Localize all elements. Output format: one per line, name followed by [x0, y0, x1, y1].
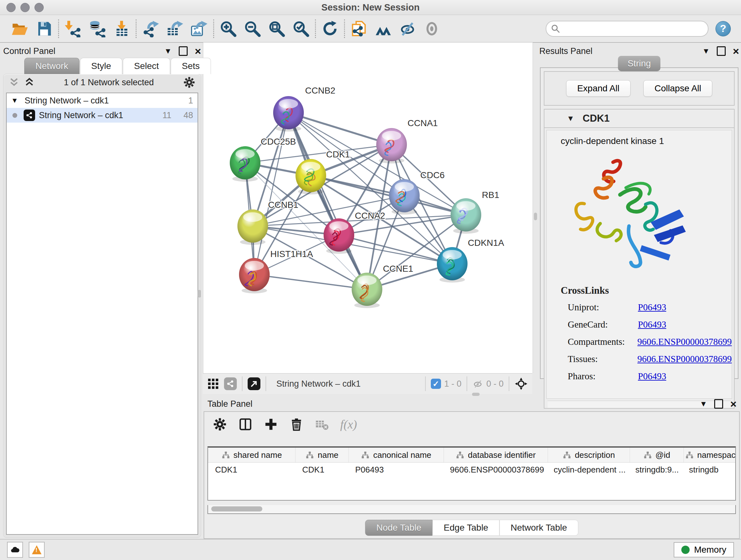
- table-horizontal-scrollbar[interactable]: [207, 505, 736, 514]
- column-header[interactable]: @id: [630, 448, 684, 462]
- column-header[interactable]: database identifier: [444, 448, 548, 462]
- tab-network-table[interactable]: Network Table: [499, 520, 578, 536]
- network-node-HIST1H1A[interactable]: HIST1H1A: [239, 249, 313, 294]
- column-header[interactable]: description: [548, 448, 630, 462]
- import-table-button[interactable]: [113, 19, 131, 38]
- network-collection-row[interactable]: ▼ String Network – cdk1 1: [7, 93, 198, 108]
- show-graphics-details-button[interactable]: [423, 19, 441, 38]
- collapse-triangle-icon[interactable]: ▼: [11, 97, 21, 105]
- import-network-database-button[interactable]: [88, 19, 106, 38]
- network-node-CCNE1[interactable]: CCNE1: [352, 264, 413, 308]
- left-splitter-handle[interactable]: [198, 290, 201, 298]
- panel-float-icon[interactable]: [179, 46, 188, 56]
- table-cell[interactable]: P06493: [348, 462, 443, 477]
- panel-float-icon[interactable]: [714, 399, 723, 409]
- network-view-mode-button[interactable]: [224, 377, 237, 390]
- show-columns-button[interactable]: [238, 417, 253, 432]
- tab-style[interactable]: Style: [80, 58, 122, 74]
- table-cell[interactable]: cyclin-dependent ...: [547, 462, 628, 477]
- save-session-button[interactable]: [35, 19, 53, 38]
- selected-checkbox-icon[interactable]: ✓: [431, 379, 441, 389]
- crosslink-value-link[interactable]: 9606.ENSP00000378699: [637, 354, 732, 364]
- table-cell[interactable]: CDK1: [208, 462, 295, 477]
- clone-network-button[interactable]: [350, 19, 368, 38]
- cloud-status-button[interactable]: [7, 542, 23, 558]
- panel-menu-icon[interactable]: ▼: [699, 399, 707, 408]
- gene-section-header[interactable]: ▼ CDK1: [544, 110, 734, 128]
- network-edge[interactable]: [311, 176, 466, 215]
- memory-button[interactable]: Memory: [674, 542, 734, 557]
- hide-graphics-details-button[interactable]: [399, 19, 416, 38]
- network-node-CDKN1A[interactable]: CDKN1A: [437, 238, 504, 283]
- network-node-RB1[interactable]: RB1: [451, 190, 499, 234]
- close-window-button[interactable]: [6, 3, 16, 12]
- warnings-button[interactable]: [29, 542, 45, 558]
- detach-view-button[interactable]: [248, 377, 260, 390]
- table-cell[interactable]: 9606.ENSP00000378699: [443, 462, 547, 477]
- scrollbar-thumb[interactable]: [211, 506, 262, 511]
- panel-menu-icon[interactable]: ▼: [164, 47, 172, 56]
- expand-all-button[interactable]: Expand All: [566, 80, 630, 97]
- collapse-triangle-icon[interactable]: ▼: [567, 114, 575, 123]
- panel-close-icon[interactable]: ×: [733, 48, 739, 54]
- expand-all-icon[interactable]: [24, 77, 35, 88]
- table-options-button[interactable]: [212, 417, 227, 432]
- tab-string[interactable]: String: [618, 56, 660, 71]
- open-session-button[interactable]: [11, 19, 29, 38]
- column-header[interactable]: shared name: [208, 448, 295, 462]
- network-node-CDC25B[interactable]: CDC25B: [230, 137, 296, 182]
- grid-view-button[interactable]: [207, 378, 219, 389]
- tab-select[interactable]: Select: [123, 58, 170, 74]
- zoom-in-button[interactable]: [219, 19, 237, 38]
- zoom-selected-button[interactable]: [292, 19, 310, 38]
- collapse-all-button[interactable]: Collapse All: [643, 80, 712, 97]
- panel-close-icon[interactable]: ×: [730, 401, 737, 407]
- table-cell[interactable]: CDK1: [295, 462, 348, 477]
- zoom-fit-button[interactable]: [268, 19, 286, 38]
- delete-column-button[interactable]: [289, 417, 304, 432]
- tab-node-table[interactable]: Node Table: [365, 520, 432, 536]
- network-node-CCNB1[interactable]: CCNB1: [238, 200, 298, 245]
- navigator-button[interactable]: [374, 19, 392, 38]
- help-button[interactable]: ?: [716, 21, 731, 37]
- bottom-splitter-handle[interactable]: [472, 393, 480, 396]
- zoom-window-button[interactable]: [35, 3, 44, 12]
- collapse-all-icon[interactable]: [9, 77, 19, 88]
- crosslink-value-link[interactable]: P06493: [638, 319, 666, 330]
- network-options-gear-icon[interactable]: [183, 76, 196, 89]
- table-cell[interactable]: stringdb:9...: [628, 462, 682, 477]
- crosslink-value-link[interactable]: 9606.ENSP00000378699: [637, 336, 732, 347]
- tab-network[interactable]: Network: [24, 58, 79, 74]
- crosslink-value-link[interactable]: P06493: [638, 371, 666, 381]
- panel-close-icon[interactable]: ×: [195, 48, 201, 54]
- network-row[interactable]: String Network – cdk1 11 48: [7, 108, 198, 123]
- column-header[interactable]: namespace: [684, 448, 736, 462]
- table-row[interactable]: CDK1CDK1P064939606.ENSP00000378699cyclin…: [208, 462, 735, 477]
- minimize-window-button[interactable]: [20, 3, 30, 12]
- export-table-button[interactable]: [166, 19, 184, 38]
- column-header[interactable]: canonical name: [349, 448, 444, 462]
- function-builder-button[interactable]: f(x): [340, 417, 357, 431]
- network-edge[interactable]: [288, 113, 392, 145]
- birdseye-button[interactable]: [515, 377, 528, 390]
- tab-edge-table[interactable]: Edge Table: [432, 520, 499, 536]
- create-column-button[interactable]: [264, 417, 278, 432]
- table-cell[interactable]: stringdb: [682, 462, 736, 477]
- panel-menu-icon[interactable]: ▼: [702, 47, 710, 56]
- crosslink-value-link[interactable]: P06493: [638, 302, 666, 313]
- network-node-CCNA1[interactable]: CCNA1: [376, 118, 438, 164]
- export-image-button[interactable]: [190, 19, 208, 38]
- right-splitter-handle[interactable]: [534, 212, 537, 220]
- export-network-button[interactable]: [142, 19, 159, 38]
- column-header[interactable]: name: [295, 448, 349, 462]
- network-edge[interactable]: [254, 274, 367, 289]
- import-network-file-button[interactable]: [64, 19, 82, 38]
- refresh-button[interactable]: [321, 19, 339, 38]
- network-edge[interactable]: [288, 113, 367, 289]
- search-field[interactable]: [546, 21, 709, 37]
- network-canvas[interactable]: CCNB2 CCNA1 CDC25B CDK1 CDC6 RB1: [203, 43, 533, 373]
- panel-float-icon[interactable]: [717, 46, 726, 56]
- delete-table-button[interactable]: [315, 417, 329, 432]
- zoom-out-button[interactable]: [244, 19, 261, 38]
- tab-sets[interactable]: Sets: [171, 58, 211, 74]
